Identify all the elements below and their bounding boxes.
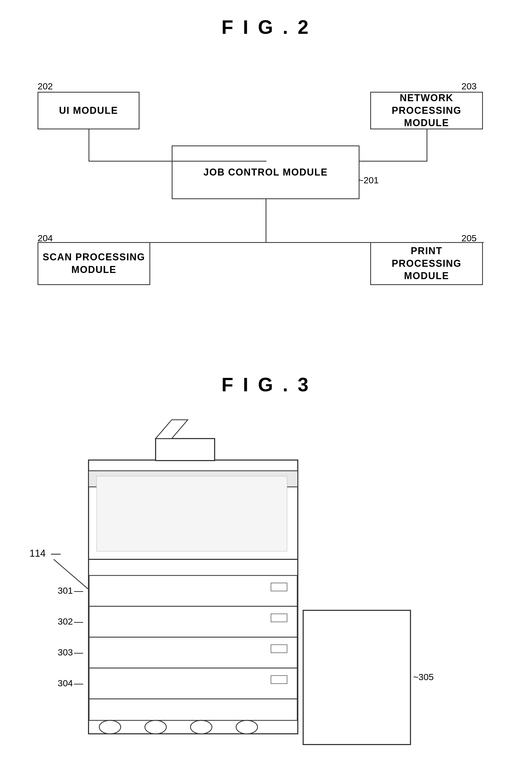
svg-line-20 xyxy=(54,559,88,589)
fig2-diagram: UI MODULE 202 NETWORK PROCESSING MODULE … xyxy=(22,60,510,341)
svg-text:114: 114 xyxy=(30,548,46,559)
scan-module-ref: 204 xyxy=(37,233,53,244)
scan-module-label: SCAN PROCESSING MODULE xyxy=(43,251,145,276)
svg-rect-14 xyxy=(89,699,297,720)
job-control-ref-tilde: ~ xyxy=(358,175,363,186)
svg-rect-11 xyxy=(271,645,287,653)
svg-rect-7 xyxy=(271,583,287,591)
fig3-diagram: 114 — 301 — 302 — 303 — 304 — ~305 xyxy=(22,417,510,784)
fig3-title: F I G . 3 xyxy=(22,374,510,396)
job-control-module-label: JOB CONTROL MODULE xyxy=(203,166,328,179)
svg-rect-36 xyxy=(96,476,287,551)
svg-point-18 xyxy=(236,720,258,734)
connector-scan-v xyxy=(94,242,95,243)
connector-ui-to-job-v xyxy=(89,129,89,162)
svg-text:—: — xyxy=(74,647,83,657)
scan-module-box: SCAN PROCESSING MODULE xyxy=(37,242,150,285)
svg-text:304: 304 xyxy=(58,678,73,688)
svg-point-16 xyxy=(145,720,166,734)
svg-text:303: 303 xyxy=(58,647,73,657)
svg-point-15 xyxy=(99,720,121,734)
ui-module-label: UI MODULE xyxy=(59,104,118,117)
svg-text:—: — xyxy=(74,616,83,626)
svg-text:—: — xyxy=(74,585,83,595)
svg-rect-8 xyxy=(89,606,297,637)
fig2-title: F I G . 2 xyxy=(22,16,510,38)
svg-point-17 xyxy=(190,720,212,734)
connector-ui-to-job-h xyxy=(89,161,266,162)
svg-text:302: 302 xyxy=(58,616,73,626)
svg-marker-3 xyxy=(156,439,215,460)
print-module-label: PRINT PROCESSING MODULE xyxy=(374,245,479,282)
printer-svg: 114 — 301 — 302 — 303 — 304 — ~305 xyxy=(22,417,477,784)
network-module-label: NETWORK PROCESSING MODULE xyxy=(374,92,479,129)
svg-rect-12 xyxy=(89,668,297,699)
job-control-module-box: JOB CONTROL MODULE xyxy=(172,145,359,199)
svg-rect-9 xyxy=(271,614,287,622)
connector-job-down-v xyxy=(266,199,266,243)
network-module-box: NETWORK PROCESSING MODULE xyxy=(370,92,483,129)
svg-text:301: 301 xyxy=(58,585,73,595)
svg-marker-4 xyxy=(156,420,188,439)
svg-text:—: — xyxy=(74,678,83,688)
ui-module-box: UI MODULE xyxy=(37,92,140,129)
job-control-module-ref: 201 xyxy=(363,175,379,186)
page: F I G . 2 UI MODULE 202 NETWORK PROCESSI… xyxy=(0,0,532,784)
svg-rect-6 xyxy=(89,576,297,606)
svg-text:—: — xyxy=(51,548,61,559)
network-module-ref: 203 xyxy=(462,81,477,91)
connector-print-v xyxy=(426,242,427,243)
connector-net-to-job-h xyxy=(359,161,427,162)
print-module-box: PRINT PROCESSING MODULE xyxy=(370,242,483,285)
connector-bottom-h xyxy=(94,242,484,243)
connector-net-to-job-v xyxy=(426,129,427,162)
ui-module-ref: 202 xyxy=(37,81,53,91)
svg-text:~305: ~305 xyxy=(413,672,434,682)
svg-rect-13 xyxy=(271,676,287,683)
svg-rect-19 xyxy=(303,610,411,745)
svg-rect-10 xyxy=(89,637,297,668)
